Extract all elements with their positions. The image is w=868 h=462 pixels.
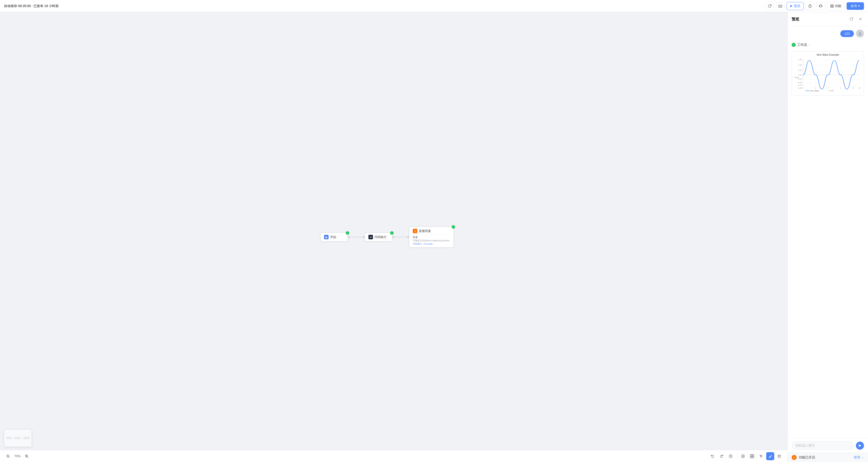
svg-line-22 [28,457,29,458]
svg-marker-5 [790,5,793,7]
undo-button[interactable] [709,452,716,460]
history-button[interactable] [726,452,735,460]
svg-rect-16 [831,6,832,7]
feature-icon: ⚡ [792,455,797,460]
grid-icon [777,454,781,458]
reply-sub-line3: 代码执行（xl.result） [413,242,450,245]
workflow-status-arrow: › [808,43,809,46]
mini-node-3 [24,437,30,439]
svg-point-39 [859,32,861,33]
mini-node-1 [6,437,11,439]
panel-refresh-button[interactable] [848,15,855,23]
svg-rect-14 [831,4,832,6]
flow-canvas[interactable]: ◉ 开始 ✓ </> 代码执行 ✓ [0,12,787,462]
connector-dot-3 [393,236,395,238]
grid-button[interactable] [775,452,783,460]
chart-title: Sine Wave Example [794,54,862,56]
svg-line-19 [9,457,10,458]
svg-text:1.00: 1.00 [798,59,802,61]
chat-input-area [787,438,868,453]
zoom-in-button[interactable] [23,452,31,460]
undo-icon [711,454,714,458]
svg-text:-0.50: -0.50 [798,81,802,84]
draw-icon [768,454,772,458]
svg-rect-17 [832,6,834,7]
mini-connector-1 [12,438,14,438]
workflow-status[interactable]: ✓ 工作流 › [787,40,868,49]
keyboard-icon [778,4,782,8]
zoom-display: 70% [13,454,22,458]
user-avatar [856,30,864,37]
panel-close-button[interactable] [857,15,864,23]
layout-icon [750,454,754,458]
svg-text:Y-axis: Y-axis [794,76,799,78]
select-button[interactable] [757,452,765,460]
bottom-status-bar: ⚡ 功能已开启 管理 → [787,453,868,462]
svg-text:6: 6 [840,87,841,89]
timer-button[interactable] [806,2,814,10]
keyboard-button[interactable] [776,2,784,10]
svg-text:4: 4 [828,87,829,89]
svg-rect-32 [752,457,754,458]
svg-rect-29 [750,455,752,456]
connector-dot-4 [407,236,409,238]
topbar-right-actions: 预览 [766,2,864,10]
svg-text:0.50: 0.50 [798,64,802,66]
start-node[interactable]: ◉ 开始 ✓ [320,232,348,241]
avatar-icon [858,31,863,36]
feature-status: ⚡ 功能已开启 [792,455,815,460]
workflow-status-row[interactable]: ✓ 工作流 › [792,42,864,47]
chart-area: Sine Wave Example 1.00 0.50 0.25 0.00 -0… [792,51,864,96]
svg-text:10: 10 [859,87,861,89]
flow-container: ◉ 开始 ✓ </> 代码执行 ✓ [320,227,454,248]
connector-line-2 [395,237,407,237]
layout-button[interactable] [748,452,756,460]
publish-label: 发布 [850,4,857,8]
start-node-label: 开始 [330,235,336,239]
reply-node-check: ✓ [452,225,455,229]
workflow-status-dot: ✓ [792,43,796,47]
chat-input[interactable] [792,441,854,450]
panel-refresh-icon [849,17,854,21]
send-icon [859,444,862,447]
mini-connector-2 [21,438,23,438]
reply-node[interactable]: ⚡ 直接回复 ✓ 图量 可隐述文本)(data:image/png;base64… [409,227,454,248]
reply-node-icon: ⚡ [413,229,417,233]
start-node-inner: ◉ 开始 [324,235,344,239]
reply-node-sub: 图量 可隐述文本)(data:image/png;base64, 代码执行（xl… [413,234,450,245]
svg-text:8: 8 [852,87,854,89]
svg-text:Sine Wave: Sine Wave [810,90,819,92]
minimap-content [4,429,31,447]
svg-text:0.00: 0.00 [798,74,802,76]
chat-send-button[interactable] [856,441,864,450]
svg-rect-7 [819,5,822,7]
redo-button[interactable] [717,452,725,460]
toolbar-divider-1 [737,454,737,459]
reply-node-inner: ⚡ 直接回复 [413,229,450,233]
add-node-button[interactable] [739,452,747,460]
zoom-out-icon [6,455,10,458]
svg-marker-70 [859,444,862,447]
refresh-button[interactable] [766,2,774,10]
code-node-icon: </> [369,235,373,239]
svg-rect-0 [778,5,782,7]
code-node-inner: </> 代码执行 [369,235,389,239]
zoom-out-button[interactable] [4,452,12,460]
debug-button[interactable] [816,2,825,10]
preview-label: 预览 [794,4,801,8]
svg-text:-1.00: -1.00 [798,87,802,89]
function-button[interactable]: 功能 [827,2,844,10]
right-panel: 预览 123 [787,12,868,462]
draw-button[interactable] [766,452,774,460]
start-node-icon: ◉ [324,235,329,239]
code-node-check: ✓ [390,231,394,235]
preview-button[interactable]: 预览 [786,2,804,10]
manage-link[interactable]: 管理 → [854,455,864,460]
publish-button[interactable]: 发布 ▾ [846,2,864,10]
code-node[interactable]: </> 代码执行 ✓ [365,232,393,241]
function-icon [830,4,834,8]
function-label: 功能 [835,4,841,8]
connector-dot-1 [348,236,350,238]
svg-text:-0.75: -0.75 [798,84,802,87]
feature-status-label: 功能已开启 [799,455,815,460]
